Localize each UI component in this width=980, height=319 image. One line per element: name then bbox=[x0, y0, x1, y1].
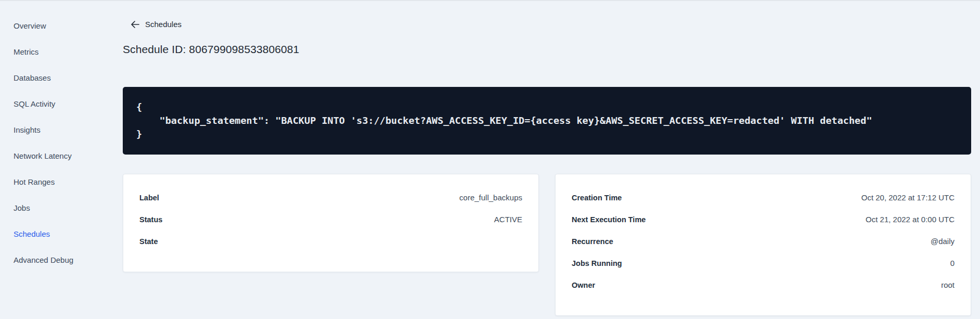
row-jobs-running-value: 0 bbox=[950, 259, 955, 267]
row-status-key: Status bbox=[139, 215, 162, 224]
sidebar-item-metrics[interactable]: Metrics bbox=[0, 39, 123, 65]
sidebar-item-network-latency[interactable]: Network Latency bbox=[0, 143, 123, 169]
row-recurrence-value: @daily bbox=[931, 237, 955, 246]
back-link-label: Schedules bbox=[145, 20, 182, 29]
sidebar: Overview Metrics Databases SQL Activity … bbox=[0, 1, 123, 319]
row-creation-time: Creation Time Oct 20, 2022 at 17:12 UTC bbox=[572, 187, 955, 209]
row-owner: Owner root bbox=[572, 274, 955, 296]
schedule-timing-card: Creation Time Oct 20, 2022 at 17:12 UTC … bbox=[555, 174, 971, 316]
row-recurrence-key: Recurrence bbox=[572, 237, 613, 246]
sidebar-item-hot-ranges[interactable]: Hot Ranges bbox=[0, 169, 123, 195]
row-next-execution-time: Next Execution Time Oct 21, 2022 at 0:00… bbox=[572, 209, 955, 231]
code-line: { bbox=[136, 100, 958, 114]
code-line: } bbox=[136, 127, 958, 141]
code-line: "backup_statement": "BACKUP INTO 's3://b… bbox=[136, 114, 958, 127]
row-state-key: State bbox=[139, 237, 158, 246]
sidebar-item-databases[interactable]: Databases bbox=[0, 65, 123, 91]
row-state: State bbox=[139, 231, 522, 252]
schedule-definition-code-block: { "backup_statement": "BACKUP INTO 's3:/… bbox=[123, 87, 971, 155]
sidebar-item-insights[interactable]: Insights bbox=[0, 117, 123, 143]
row-label-value: core_full_backups bbox=[459, 193, 522, 202]
row-jobs-running-key: Jobs Running bbox=[572, 259, 622, 267]
row-creation-time-value: Oct 20, 2022 at 17:12 UTC bbox=[861, 193, 955, 202]
schedule-summary-card: Label core_full_backups Status ACTIVE St… bbox=[123, 174, 539, 272]
main-content: Schedules Schedule ID: 80679909853380608… bbox=[123, 1, 980, 319]
row-next-execution-time-key: Next Execution Time bbox=[572, 215, 646, 224]
arrow-left-icon bbox=[131, 21, 139, 28]
row-jobs-running: Jobs Running 0 bbox=[572, 252, 955, 274]
row-next-execution-time-value: Oct 21, 2022 at 0:00 UTC bbox=[866, 215, 955, 224]
row-owner-key: Owner bbox=[572, 281, 595, 289]
row-recurrence: Recurrence @daily bbox=[572, 231, 955, 252]
sidebar-item-advanced-debug[interactable]: Advanced Debug bbox=[0, 247, 123, 273]
row-label: Label core_full_backups bbox=[139, 187, 522, 209]
row-creation-time-key: Creation Time bbox=[572, 194, 622, 202]
row-owner-value: root bbox=[941, 280, 955, 289]
detail-cards: Label core_full_backups Status ACTIVE St… bbox=[123, 174, 971, 316]
sidebar-item-overview[interactable]: Overview bbox=[0, 12, 123, 39]
row-status: Status ACTIVE bbox=[139, 209, 522, 231]
sidebar-item-sql-activity[interactable]: SQL Activity bbox=[0, 91, 123, 117]
sidebar-item-schedules[interactable]: Schedules bbox=[0, 221, 123, 247]
back-to-schedules-link[interactable]: Schedules bbox=[131, 20, 182, 29]
row-status-value: ACTIVE bbox=[494, 215, 522, 224]
schedule-details-page: Overview Metrics Databases SQL Activity … bbox=[0, 0, 980, 319]
page-title: Schedule ID: 806799098533806081 bbox=[123, 43, 971, 56]
sidebar-item-jobs[interactable]: Jobs bbox=[0, 195, 123, 221]
row-label-key: Label bbox=[139, 194, 159, 202]
